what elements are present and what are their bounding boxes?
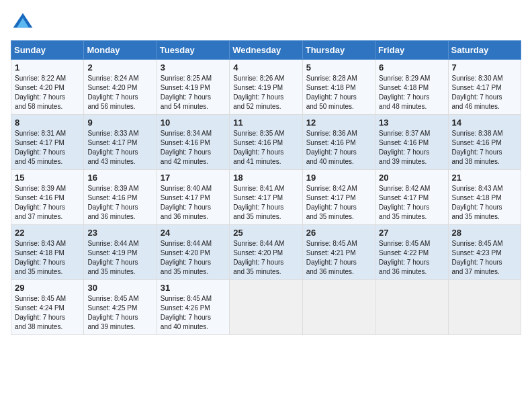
day-number: 7 (452, 62, 517, 73)
day-number: 15 (15, 173, 80, 183)
calendar-cell: 20Sunrise: 8:42 AM Sunset: 4:17 PM Dayli… (375, 170, 448, 225)
day-info: Sunrise: 8:43 AM Sunset: 4:18 PM Dayligh… (452, 184, 517, 222)
week-row-1: 1Sunrise: 8:22 AM Sunset: 4:20 PM Daylig… (11, 60, 521, 115)
day-number: 16 (87, 173, 152, 183)
calendar-cell: 18Sunrise: 8:41 AM Sunset: 4:17 PM Dayli… (230, 170, 302, 225)
calendar-cell: 4Sunrise: 8:26 AM Sunset: 4:19 PM Daylig… (230, 60, 302, 115)
day-number: 12 (306, 118, 371, 128)
calendar-cell: 16Sunrise: 8:39 AM Sunset: 4:16 PM Dayli… (84, 170, 157, 225)
day-info: Sunrise: 8:45 AM Sunset: 4:22 PM Dayligh… (379, 239, 444, 277)
calendar-cell: 5Sunrise: 8:28 AM Sunset: 4:18 PM Daylig… (302, 60, 375, 115)
day-info: Sunrise: 8:45 AM Sunset: 4:25 PM Dayligh… (87, 294, 152, 332)
day-number: 17 (161, 173, 226, 183)
calendar-cell: 30Sunrise: 8:45 AM Sunset: 4:25 PM Dayli… (84, 280, 157, 335)
day-number: 27 (379, 228, 444, 238)
day-info: Sunrise: 8:39 AM Sunset: 4:16 PM Dayligh… (87, 184, 152, 222)
day-number: 20 (379, 173, 444, 183)
logo (11, 11, 38, 35)
day-info: Sunrise: 8:28 AM Sunset: 4:18 PM Dayligh… (306, 74, 371, 111)
calendar-cell: 12Sunrise: 8:36 AM Sunset: 4:16 PM Dayli… (302, 115, 375, 170)
day-info: Sunrise: 8:36 AM Sunset: 4:16 PM Dayligh… (306, 129, 371, 167)
day-number: 2 (87, 62, 152, 73)
calendar-cell: 9Sunrise: 8:33 AM Sunset: 4:17 PM Daylig… (84, 115, 157, 170)
calendar-cell: 28Sunrise: 8:45 AM Sunset: 4:23 PM Dayli… (448, 225, 521, 280)
day-number: 24 (161, 228, 226, 238)
day-number: 19 (306, 173, 371, 183)
calendar-cell: 6Sunrise: 8:29 AM Sunset: 4:18 PM Daylig… (375, 60, 448, 115)
day-info: Sunrise: 8:41 AM Sunset: 4:17 PM Dayligh… (233, 184, 298, 222)
calendar-cell: 22Sunrise: 8:43 AM Sunset: 4:18 PM Dayli… (11, 225, 84, 280)
day-info: Sunrise: 8:42 AM Sunset: 4:17 PM Dayligh… (379, 184, 444, 222)
day-info: Sunrise: 8:26 AM Sunset: 4:19 PM Dayligh… (233, 74, 298, 111)
day-info: Sunrise: 8:24 AM Sunset: 4:20 PM Dayligh… (87, 74, 152, 111)
header-thursday: Thursday (302, 41, 375, 60)
logo-icon (11, 11, 35, 35)
calendar-cell: 24Sunrise: 8:44 AM Sunset: 4:20 PM Dayli… (157, 225, 229, 280)
calendar-cell: 7Sunrise: 8:30 AM Sunset: 4:17 PM Daylig… (448, 60, 521, 115)
calendar-cell: 11Sunrise: 8:35 AM Sunset: 4:16 PM Dayli… (230, 115, 302, 170)
day-number: 26 (306, 228, 371, 238)
header-sunday: Sunday (11, 41, 84, 60)
day-info: Sunrise: 8:45 AM Sunset: 4:26 PM Dayligh… (161, 294, 226, 332)
day-number: 22 (15, 228, 80, 238)
day-number: 11 (233, 118, 298, 128)
day-number: 28 (452, 228, 517, 238)
header-tuesday: Tuesday (157, 41, 229, 60)
day-number: 9 (87, 118, 152, 128)
day-number: 21 (452, 173, 517, 183)
day-number: 8 (15, 118, 80, 128)
day-info: Sunrise: 8:45 AM Sunset: 4:21 PM Dayligh… (306, 239, 371, 277)
day-info: Sunrise: 8:43 AM Sunset: 4:18 PM Dayligh… (15, 239, 80, 277)
calendar-cell: 10Sunrise: 8:34 AM Sunset: 4:16 PM Dayli… (157, 115, 229, 170)
page-header (11, 11, 521, 35)
calendar-cell: 27Sunrise: 8:45 AM Sunset: 4:22 PM Dayli… (375, 225, 448, 280)
calendar-cell: 8Sunrise: 8:31 AM Sunset: 4:17 PM Daylig… (11, 115, 84, 170)
day-info: Sunrise: 8:39 AM Sunset: 4:16 PM Dayligh… (15, 184, 80, 222)
day-number: 30 (87, 283, 152, 293)
day-number: 4 (233, 62, 298, 73)
calendar-cell: 25Sunrise: 8:44 AM Sunset: 4:20 PM Dayli… (230, 225, 302, 280)
day-info: Sunrise: 8:40 AM Sunset: 4:17 PM Dayligh… (161, 184, 226, 222)
calendar-cell: 19Sunrise: 8:42 AM Sunset: 4:17 PM Dayli… (302, 170, 375, 225)
day-number: 25 (233, 228, 298, 238)
day-info: Sunrise: 8:25 AM Sunset: 4:19 PM Dayligh… (161, 74, 226, 111)
calendar-cell: 2Sunrise: 8:24 AM Sunset: 4:20 PM Daylig… (84, 60, 157, 115)
day-info: Sunrise: 8:44 AM Sunset: 4:20 PM Dayligh… (161, 239, 226, 277)
day-info: Sunrise: 8:37 AM Sunset: 4:16 PM Dayligh… (379, 129, 444, 167)
header-saturday: Saturday (448, 41, 521, 60)
calendar-cell (375, 280, 448, 335)
day-number: 3 (161, 62, 226, 73)
calendar-cell: 15Sunrise: 8:39 AM Sunset: 4:16 PM Dayli… (11, 170, 84, 225)
calendar-cell (230, 280, 302, 335)
day-info: Sunrise: 8:30 AM Sunset: 4:17 PM Dayligh… (452, 74, 517, 111)
calendar-cell: 23Sunrise: 8:44 AM Sunset: 4:19 PM Dayli… (84, 225, 157, 280)
calendar-cell: 3Sunrise: 8:25 AM Sunset: 4:19 PM Daylig… (157, 60, 229, 115)
week-row-4: 22Sunrise: 8:43 AM Sunset: 4:18 PM Dayli… (11, 225, 521, 280)
day-number: 29 (15, 283, 80, 293)
day-info: Sunrise: 8:44 AM Sunset: 4:19 PM Dayligh… (87, 239, 152, 277)
day-number: 14 (452, 118, 517, 128)
calendar-cell: 14Sunrise: 8:38 AM Sunset: 4:16 PM Dayli… (448, 115, 521, 170)
header-friday: Friday (375, 41, 448, 60)
day-info: Sunrise: 8:35 AM Sunset: 4:16 PM Dayligh… (233, 129, 298, 167)
day-info: Sunrise: 8:33 AM Sunset: 4:17 PM Dayligh… (87, 129, 152, 167)
calendar-cell: 17Sunrise: 8:40 AM Sunset: 4:17 PM Dayli… (157, 170, 229, 225)
day-info: Sunrise: 8:42 AM Sunset: 4:17 PM Dayligh… (306, 184, 371, 222)
week-row-2: 8Sunrise: 8:31 AM Sunset: 4:17 PM Daylig… (11, 115, 521, 170)
day-info: Sunrise: 8:38 AM Sunset: 4:16 PM Dayligh… (452, 129, 517, 167)
calendar-header-row: SundayMondayTuesdayWednesdayThursdayFrid… (11, 41, 521, 60)
calendar-cell: 29Sunrise: 8:45 AM Sunset: 4:24 PM Dayli… (11, 280, 84, 335)
day-number: 5 (306, 62, 371, 73)
header-monday: Monday (84, 41, 157, 60)
day-info: Sunrise: 8:44 AM Sunset: 4:20 PM Dayligh… (233, 239, 298, 277)
day-info: Sunrise: 8:22 AM Sunset: 4:20 PM Dayligh… (15, 74, 80, 111)
day-info: Sunrise: 8:45 AM Sunset: 4:24 PM Dayligh… (15, 294, 80, 332)
week-row-3: 15Sunrise: 8:39 AM Sunset: 4:16 PM Dayli… (11, 170, 521, 225)
calendar-cell: 26Sunrise: 8:45 AM Sunset: 4:21 PM Dayli… (302, 225, 375, 280)
day-info: Sunrise: 8:45 AM Sunset: 4:23 PM Dayligh… (452, 239, 517, 277)
day-number: 18 (233, 173, 298, 183)
calendar-cell: 1Sunrise: 8:22 AM Sunset: 4:20 PM Daylig… (11, 60, 84, 115)
calendar-table: SundayMondayTuesdayWednesdayThursdayFrid… (11, 40, 521, 335)
day-info: Sunrise: 8:31 AM Sunset: 4:17 PM Dayligh… (15, 129, 80, 167)
calendar-cell: 21Sunrise: 8:43 AM Sunset: 4:18 PM Dayli… (448, 170, 521, 225)
